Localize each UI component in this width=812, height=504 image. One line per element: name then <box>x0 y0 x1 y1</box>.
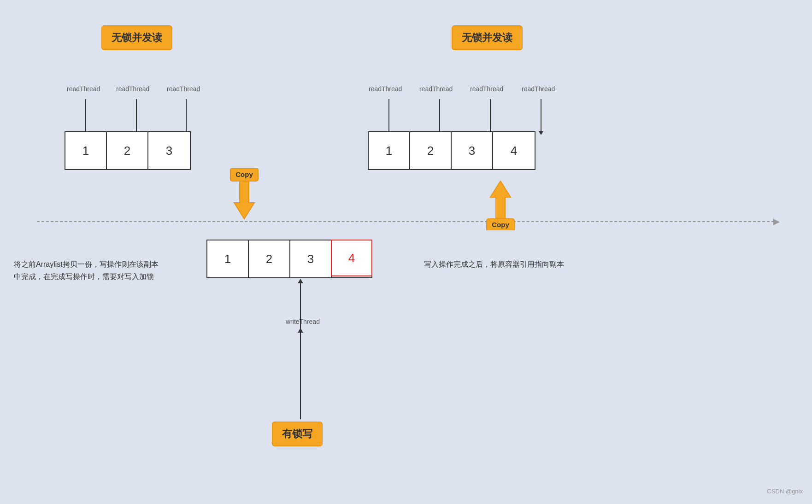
bottom-array-cell-3: 3 <box>290 240 332 277</box>
svg-marker-2 <box>234 181 254 219</box>
right-thread-arrow-4 <box>541 99 541 131</box>
bottom-label: 有锁写 <box>272 422 323 446</box>
right-thread-arrow-2 <box>439 99 440 131</box>
right-thread-label-4: readThread <box>522 85 555 93</box>
bottom-array: 1 2 3 4 <box>206 240 372 278</box>
right-description: 写入操作完成之后，将原容器引用指向副本 <box>424 258 564 270</box>
left-array: 1 2 3 <box>65 131 191 170</box>
svg-text:Copy: Copy <box>235 170 253 178</box>
right-thread-arrow-3 <box>490 99 491 131</box>
left-description: 将之前Arraylist拷贝一份，写操作则在该副本 中完成，在完成写操作时，需要… <box>14 258 159 283</box>
watermark: CSDN @gnlx <box>767 488 803 495</box>
right-thread-label-2: readThread <box>419 85 453 93</box>
left-thread-arrow-2 <box>136 99 137 131</box>
left-thread-arrow-1 <box>85 99 86 131</box>
left-array-cell-2: 2 <box>107 132 148 169</box>
diagram-container: 无锁并发读 readThread readThread readThread 1… <box>0 0 812 504</box>
right-thread-arrow-1 <box>388 99 389 131</box>
left-array-cell-1: 1 <box>65 132 107 169</box>
svg-marker-3 <box>490 181 511 219</box>
left-thread-label-3: readThread <box>167 85 200 93</box>
dashed-line <box>37 221 774 222</box>
right-thread-label-3: readThread <box>470 85 503 93</box>
right-top-array: 1 2 3 4 <box>368 131 535 170</box>
right-thread-label-1: readThread <box>369 85 402 93</box>
right-top-array-cell-3: 3 <box>452 132 493 169</box>
right-top-array-cell-4: 4 <box>493 132 535 169</box>
left-thread-label-2: readThread <box>116 85 149 93</box>
left-thread-arrow-3 <box>186 99 187 131</box>
bottom-array-cell-4: 4 <box>331 240 372 276</box>
write-thread-label: writeThread <box>286 318 320 325</box>
has-lock-write-arrow <box>300 332 301 419</box>
write-thread-arrow <box>300 282 301 328</box>
bottom-array-cell-1: 1 <box>207 240 249 277</box>
copy-arrow-down-svg: Copy <box>227 168 264 228</box>
left-top-label: 无锁并发读 <box>101 25 172 50</box>
left-array-cell-3: 3 <box>148 132 190 169</box>
right-top-label: 无锁并发读 <box>452 25 523 50</box>
left-thread-label-1: readThread <box>67 85 100 93</box>
right-top-array-cell-1: 1 <box>369 132 410 169</box>
right-top-array-cell-2: 2 <box>410 132 452 169</box>
svg-text:Copy: Copy <box>492 221 509 229</box>
bottom-array-cell-2: 2 <box>249 240 290 277</box>
copy-arrow-up-svg: Copy <box>483 170 520 230</box>
